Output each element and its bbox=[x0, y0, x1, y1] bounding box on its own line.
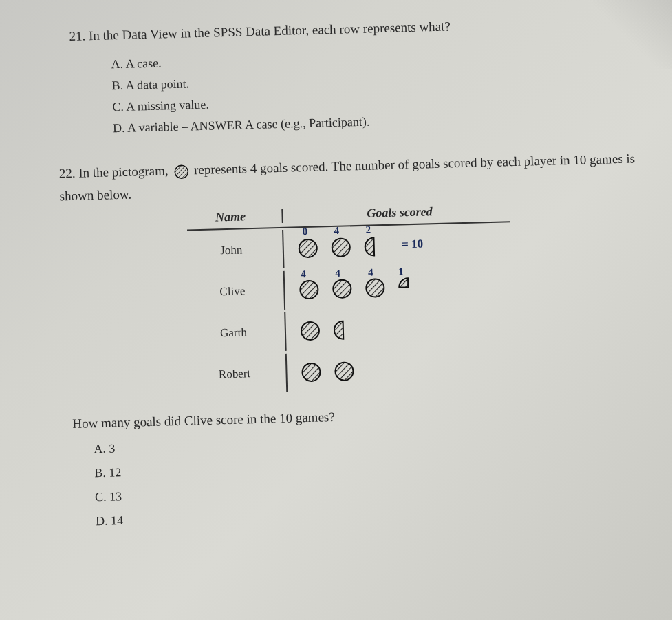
ball-icon: 4 bbox=[298, 279, 319, 300]
header-goals: Goals scored bbox=[283, 202, 510, 223]
quarter-ball-icon: 1 bbox=[397, 277, 418, 298]
svg-point-9 bbox=[335, 362, 354, 381]
svg-point-8 bbox=[302, 363, 321, 381]
svg-point-6 bbox=[365, 279, 384, 297]
q21-body: In the Data View in the SPSS Data Editor… bbox=[89, 19, 451, 43]
question-21: 21. In the Data View in the SPSS Data Ed… bbox=[41, 12, 647, 139]
handwritten-annotation: 0 bbox=[302, 226, 307, 237]
handwritten-annotation: = 10 bbox=[402, 237, 423, 251]
ball-icon bbox=[334, 361, 355, 382]
half-ball-icon: 2 bbox=[363, 236, 384, 257]
pictogram-table: Name Goals scored John 0 4 bbox=[186, 202, 514, 396]
half-ball-icon bbox=[332, 319, 354, 341]
row-goals-john: 0 4 2 = 10 bbox=[283, 233, 511, 259]
header-name: Name bbox=[186, 209, 283, 226]
q21-text: 21. In the Data View in the SPSS Data Ed… bbox=[69, 12, 644, 46]
q22-number: 22. bbox=[59, 166, 76, 181]
svg-point-4 bbox=[300, 280, 318, 299]
row-name-clive: Clive bbox=[188, 271, 285, 312]
row-goals-garth bbox=[285, 315, 513, 342]
handwritten-annotation: 4 bbox=[368, 266, 373, 278]
ball-icon bbox=[299, 320, 321, 341]
question-22: 22. In the pictogram, represents 4 goals… bbox=[45, 147, 658, 531]
row-goals-robert bbox=[287, 356, 514, 383]
table-row: Robert bbox=[190, 346, 514, 396]
q21-options: A. A case. B. A data point. C. A missing… bbox=[111, 42, 647, 138]
q22-options: A. 3 B. 12 C. 13 D. 14 bbox=[94, 426, 658, 531]
svg-point-7 bbox=[301, 321, 319, 340]
svg-point-5 bbox=[333, 279, 351, 298]
row-name-garth: Garth bbox=[189, 312, 286, 354]
q22-intro-1: In the pictogram, bbox=[78, 163, 169, 180]
handwritten-annotation: 1 bbox=[398, 266, 404, 277]
ball-icon: 4 bbox=[331, 278, 352, 299]
q22-question-text: How many goals did Clive score in the 10… bbox=[72, 401, 655, 431]
handwritten-annotation: 2 bbox=[365, 224, 371, 235]
ball-icon: 4 bbox=[330, 237, 351, 258]
svg-point-3 bbox=[332, 238, 350, 257]
ball-icon bbox=[301, 361, 322, 383]
row-name-john: John bbox=[187, 230, 284, 271]
q21-number: 21. bbox=[69, 28, 85, 43]
row-goals-clive: 4 4 4 1 bbox=[284, 274, 512, 301]
handwritten-annotation: 4 bbox=[335, 268, 340, 279]
ball-icon: 4 bbox=[364, 277, 385, 299]
handwritten-annotation: 4 bbox=[301, 268, 306, 280]
ball-icon: 0 bbox=[297, 237, 318, 259]
handwritten-annotation: 4 bbox=[334, 225, 339, 237]
svg-point-2 bbox=[299, 239, 317, 257]
q22-intro: 22. In the pictogram, represents 4 goals… bbox=[58, 147, 649, 207]
ball-icon bbox=[173, 164, 189, 180]
row-name-robert: Robert bbox=[190, 354, 287, 395]
svg-point-1 bbox=[175, 165, 188, 179]
